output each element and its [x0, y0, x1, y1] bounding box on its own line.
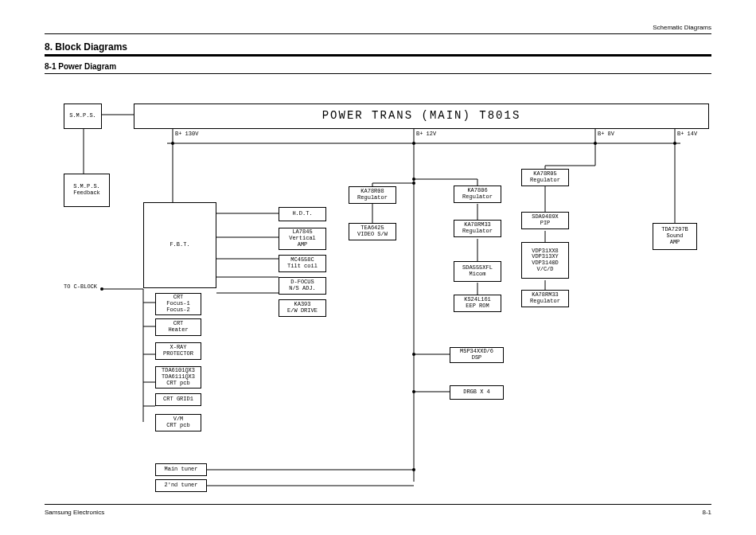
- ka393-box: KA393 E/W DRIVE: [279, 299, 326, 317]
- svg-point-48: [412, 390, 415, 393]
- section-title: 8. Block Diagrams: [45, 41, 127, 53]
- svg-point-46: [412, 178, 415, 181]
- drgb-box: DRGB X 4: [450, 385, 504, 400]
- crt-grid1-box: CRT GRID1: [155, 393, 201, 406]
- header-category: Schematic Diagrams: [653, 24, 711, 31]
- svg-point-42: [412, 142, 415, 145]
- svg-point-43: [594, 142, 597, 145]
- svg-point-49: [412, 468, 415, 471]
- svg-point-47: [412, 353, 415, 356]
- fbt-box: F.B.T.: [143, 202, 216, 288]
- smps-box: S.M.P.S.: [64, 103, 102, 129]
- ka78r08-box: KA78R08 Regulator: [349, 186, 396, 204]
- dfocus-box: D-FOCUS N/S ADJ.: [279, 277, 326, 295]
- hdt-box: H.D.T.: [279, 207, 326, 221]
- ka78r05-box: KA78R05 Regulator: [521, 169, 569, 186]
- crt-focus-box: CRT Focus-1 Focus-2: [155, 293, 201, 315]
- ka78rm33b-box: KA78RM33 Regulator: [521, 290, 569, 307]
- svg-point-45: [412, 182, 415, 185]
- ks24l161-box: KS24L161 EEP ROM: [454, 295, 501, 312]
- sub-title: 8-1 Power Diagram: [45, 62, 116, 71]
- vm-crt-box: V/M CRT pcb: [155, 414, 201, 432]
- svg-point-44: [673, 142, 676, 145]
- tda6101-box: TDA6101QX3 TDA6111QX3 CRT pcb: [155, 366, 201, 389]
- ka7806-box: KA7806 Regulator: [454, 185, 501, 203]
- rail-b14v: B+ 14V: [677, 131, 697, 137]
- smps-feedback-box: S.M.P.S. Feedback: [64, 174, 110, 207]
- rail-b130v: B+ 130V: [175, 131, 198, 137]
- tda7297-box: TDA7297B Sound AMP: [653, 223, 697, 250]
- sda555-box: SDA555XFL Micom: [454, 261, 501, 282]
- svg-point-40: [100, 287, 103, 291]
- to-cblock-label: TO C-BLOCK: [64, 283, 97, 290]
- la7845-box: LA7845 Vertical AMP: [279, 228, 326, 250]
- ka78rm33a-box: KA78RM33 Regulator: [454, 220, 501, 237]
- second-tuner-box: 2'nd tuner: [155, 479, 207, 492]
- diagram-canvas: POWER TRANS (MAIN) T801S B+ 130V B+ 12V …: [64, 80, 708, 498]
- rail-b8v: B+ 8V: [598, 131, 614, 137]
- svg-point-41: [171, 142, 174, 145]
- power-trans-box: POWER TRANS (MAIN) T801S: [134, 103, 709, 129]
- footer-page: 8-1: [702, 509, 711, 516]
- msp34-box: MSP34XXD/6 DSP: [450, 347, 504, 363]
- sda9489-box: SDA9489X PIP: [521, 212, 569, 229]
- wiring-svg: [64, 80, 708, 498]
- mc4558c-box: MC4558C Tilt coil: [279, 255, 326, 272]
- tea6425-box: TEA6425 VIDEO S/W: [349, 223, 396, 240]
- xray-box: X-RAY PROTECTOR: [155, 342, 201, 360]
- rail-b12v: B+ 12V: [416, 131, 436, 137]
- footer-company: Samsung Electronics: [45, 509, 104, 516]
- vdp31-box: VDP31XX8 VDP313XY VDP3140D V/C/D: [521, 242, 569, 279]
- crt-heater-box: CRT Heater: [155, 318, 201, 336]
- main-tuner-box: Main tuner: [155, 463, 207, 476]
